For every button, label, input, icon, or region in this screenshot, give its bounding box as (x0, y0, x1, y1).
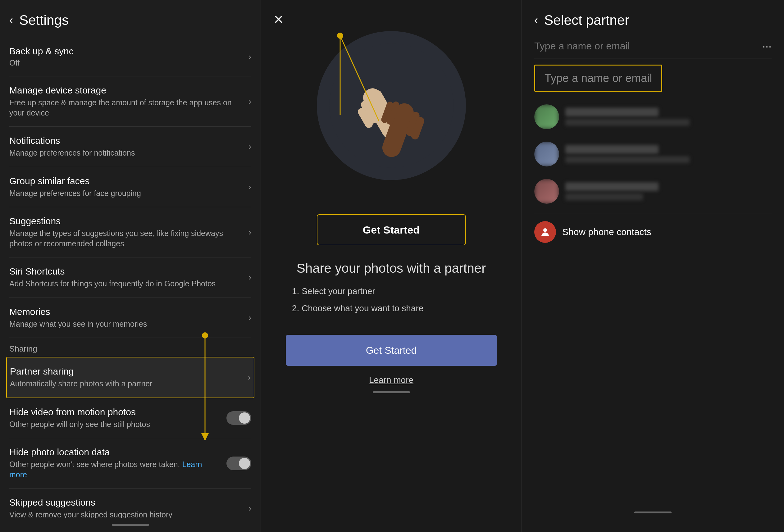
right-panel-header: ‹ Select partner (534, 12, 772, 28)
suggestions-title: Suggestions (9, 216, 242, 226)
hide-video-title: Hide video from motion photos (9, 407, 220, 417)
group-faces-title: Group similar faces (9, 176, 242, 186)
chevron-icon: › (249, 182, 251, 192)
hide-video-toggle[interactable] (226, 411, 251, 425)
more-options-button[interactable]: ··· (762, 40, 772, 53)
settings-header: ‹ Settings (0, 0, 261, 37)
hands-svg (329, 44, 453, 168)
hide-location-toggle[interactable] (226, 456, 251, 470)
close-button[interactable]: ✕ (273, 12, 284, 27)
settings-item-manage-storage[interactable]: Manage device storage Free up space & ma… (9, 76, 251, 127)
get-started-outlined-button[interactable]: Get Started (317, 214, 466, 245)
contacts-list: Show phone contacts (534, 98, 772, 505)
contact-avatar (534, 179, 559, 204)
suggestions-subtitle: Manage the types of suggestions you see,… (9, 228, 242, 248)
settings-item-siri-shortcuts[interactable]: Siri Shortcuts Add Shortcuts for things … (9, 257, 251, 298)
scrollbar-indicator (112, 524, 149, 526)
siri-shortcuts-title: Siri Shortcuts (9, 266, 242, 277)
select-partner-panel: ‹ Select partner ··· Type a name or emai… (522, 0, 784, 532)
contact-info (565, 182, 772, 200)
toggle-knob (239, 413, 250, 424)
learn-more-bottom-link[interactable]: Learn more (369, 375, 414, 385)
contact-info (565, 145, 772, 163)
settings-item-partner-sharing[interactable]: Partner sharing Automatically share phot… (6, 357, 254, 398)
back-button[interactable]: ‹ (9, 14, 13, 27)
contact-name-blurred (565, 182, 659, 191)
contact-avatar (534, 142, 559, 166)
notifications-subtitle: Manage preferences for notifications (9, 148, 242, 158)
contact-info (565, 108, 772, 126)
settings-list: Back up & sync Off › Manage device stora… (0, 37, 261, 518)
right-back-button[interactable]: ‹ (534, 14, 538, 27)
step-2: 2. Choose what you want to share (292, 302, 491, 314)
avatar-blur (534, 179, 559, 204)
steps-list: 1. Select your partner 2. Choose what yo… (280, 285, 503, 319)
settings-item-backup-sync[interactable]: Back up & sync Off › (9, 37, 251, 76)
settings-item-skipped-suggestions[interactable]: Skipped suggestions View & remove your s… (9, 488, 251, 518)
manage-storage-subtitle: Free up space & manage the amount of sto… (9, 97, 242, 118)
left-scrollbar (0, 518, 261, 532)
settings-item-group-faces[interactable]: Group similar faces Manage preferences f… (9, 167, 251, 207)
chevron-icon: › (249, 142, 251, 151)
notifications-title: Notifications (9, 135, 242, 146)
person-icon (534, 221, 556, 243)
contact-name-blurred (565, 108, 659, 116)
settings-title: Settings (19, 12, 68, 28)
avatar-blur (534, 104, 559, 129)
manage-storage-title: Manage device storage (9, 85, 242, 96)
settings-item-hide-video[interactable]: Hide video from motion photos Other peop… (9, 398, 251, 439)
share-title: Share your photos with a partner (297, 261, 486, 276)
show-phone-contacts-row[interactable]: Show phone contacts (534, 213, 772, 251)
right-scrollbar (534, 505, 772, 520)
hide-video-subtitle: Other people will only see the still pho… (9, 419, 220, 429)
scrollbar-indicator (373, 391, 410, 393)
group-faces-subtitle: Manage preferences for face grouping (9, 188, 242, 198)
contact-item[interactable] (534, 135, 772, 173)
search-row: ··· (534, 37, 772, 58)
settings-panel: ‹ Settings Back up & sync Off › Manage d… (0, 0, 261, 532)
settings-item-notifications[interactable]: Notifications Manage preferences for not… (9, 127, 251, 167)
chevron-icon: › (249, 227, 251, 237)
chevron-icon: › (249, 272, 251, 282)
avatar-blur (534, 142, 559, 166)
contact-avatar (534, 104, 559, 129)
step-1: 1. Select your partner (292, 285, 491, 297)
chevron-icon: › (248, 372, 251, 382)
contact-email-blurred (565, 156, 690, 163)
settings-item-suggestions[interactable]: Suggestions Manage the types of suggesti… (9, 207, 251, 257)
middle-scrollbar (373, 385, 410, 399)
right-panel-title: Select partner (544, 12, 629, 28)
contact-item[interactable] (534, 98, 772, 135)
hide-location-subtitle: Other people won't see where photos were… (9, 459, 220, 479)
contact-name-blurred (565, 145, 659, 154)
memories-subtitle: Manage what you see in your memories (9, 319, 242, 329)
chevron-icon: › (249, 96, 251, 107)
partner-sharing-subtitle: Automatically share photos with a partne… (10, 379, 242, 389)
partner-search-input[interactable] (534, 37, 762, 55)
scrollbar-indicator (634, 511, 672, 513)
skipped-suggestions-subtitle: View & remove your skipped suggestion hi… (9, 510, 242, 518)
hide-location-title: Hide photo location data (9, 447, 220, 457)
contact-item[interactable] (534, 173, 772, 210)
partner-sharing-panel: ✕ Get Starte (261, 0, 522, 532)
partner-sharing-title: Partner sharing (10, 366, 242, 377)
show-contacts-label: Show phone contacts (562, 227, 651, 237)
chevron-icon: › (249, 52, 251, 62)
contact-email-blurred (565, 119, 690, 126)
chevron-icon: › (249, 503, 251, 513)
get-started-filled-button[interactable]: Get Started (286, 335, 497, 366)
siri-shortcuts-subtitle: Add Shortcuts for things you frequently … (9, 279, 242, 289)
backup-sync-title: Back up & sync (9, 46, 242, 57)
svg-point-11 (543, 228, 547, 232)
settings-item-hide-location[interactable]: Hide photo location data Other people wo… (9, 438, 251, 488)
annotation-type-label: Type a name or email (544, 72, 652, 84)
contact-email-blurred (565, 194, 643, 200)
chevron-icon: › (249, 313, 251, 323)
backup-sync-value: Off (9, 58, 242, 67)
settings-item-memories[interactable]: Memories Manage what you see in your mem… (9, 298, 251, 338)
memories-title: Memories (9, 307, 242, 317)
hands-illustration (317, 31, 466, 180)
skipped-suggestions-title: Skipped suggestions (9, 497, 242, 508)
sharing-section-label: Sharing (9, 338, 251, 357)
toggle-knob (239, 458, 250, 469)
